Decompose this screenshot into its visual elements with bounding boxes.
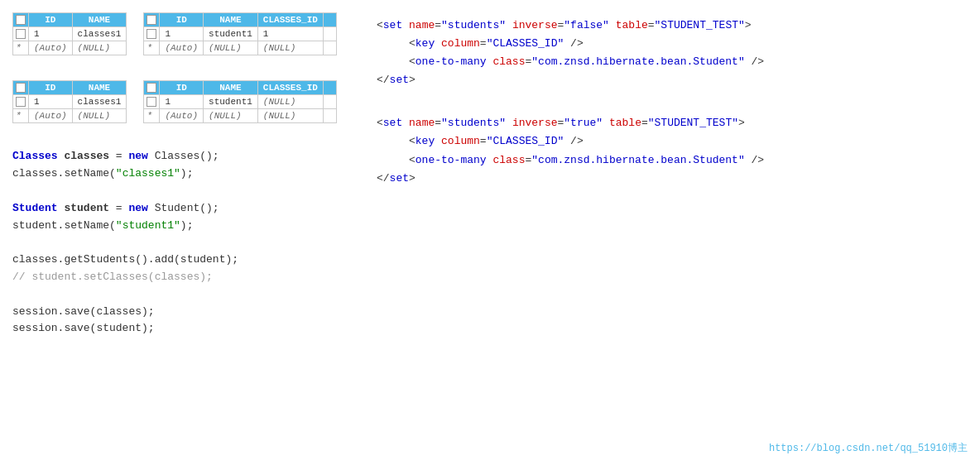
row-checkbox[interactable]	[147, 29, 156, 39]
table-row-auto: * (Auto) (NULL) (NULL)	[144, 109, 336, 123]
table-section-1: ID NAME 1 classes1 * (Auto) (NULL)	[12, 12, 360, 55]
header-checkbox[interactable]	[147, 83, 156, 93]
col-check	[13, 13, 29, 27]
comment-text: // student.setClasses(classes);	[12, 271, 213, 283]
attr-name: column	[441, 135, 480, 147]
cell-id: 1	[160, 27, 204, 41]
xml-line: <key column="CLASSES_ID" />	[377, 35, 968, 53]
table-row-auto: * (Auto) (NULL)	[13, 41, 127, 55]
keyword: Student	[12, 202, 58, 214]
keyword: Classes	[12, 150, 58, 162]
left-panel: ID NAME 1 classes1 * (Auto) (NULL)	[12, 12, 360, 453]
attr-val: "students"	[441, 117, 506, 129]
table-section-2: ID NAME 1 classes1 * (Auto) (NULL)	[12, 80, 360, 123]
tag-set-close: set	[390, 172, 409, 185]
attr-val: "CLASSES_ID"	[487, 135, 564, 147]
string-literal: "student1"	[116, 219, 180, 232]
right-panel: <set name="students" inverse="false" tab…	[360, 12, 968, 453]
header-checkbox[interactable]	[16, 15, 26, 25]
keyword-new: new	[128, 202, 147, 214]
header-checkbox[interactable]	[147, 15, 156, 25]
attr-name: inverse	[512, 117, 558, 129]
col-classes-id: CLASSES_ID	[257, 81, 323, 95]
cell-classes-id: 1	[257, 27, 323, 41]
code-line: classes.getStudents().add(student);	[12, 252, 360, 269]
code-line-blank	[12, 183, 360, 200]
keyword-new: new	[128, 150, 147, 162]
table-row: 1 classes1	[13, 27, 127, 41]
keyword2: classes	[64, 150, 109, 162]
cell-classes-id: (NULL)	[257, 95, 323, 109]
attr-name: class	[492, 55, 525, 68]
class-ref: Student();	[155, 202, 219, 214]
student-table-2: ID NAME CLASSES_ID 1 student1 (NULL)	[143, 80, 336, 123]
java-code-section: Classes classes = new Classes(); classes…	[12, 148, 360, 338]
xml-block-2: <set name="students" inverse="true" tabl…	[377, 114, 968, 187]
row-checkbox[interactable]	[16, 29, 26, 39]
col-check	[13, 81, 29, 95]
col-name: NAME	[204, 81, 258, 95]
col-name: NAME	[72, 81, 127, 95]
table-row-auto: * (Auto) (NULL)	[13, 109, 127, 123]
xml-line: </set>	[377, 71, 968, 89]
code-line: session.save(student);	[12, 320, 360, 338]
table-row: 1 classes1	[13, 95, 127, 109]
classes-table-2: ID NAME 1 classes1 * (Auto) (NULL)	[12, 80, 127, 123]
string-literal: "classes1"	[116, 167, 180, 180]
code-line: classes.setName("classes1");	[12, 165, 360, 183]
keyword2: student	[64, 202, 109, 214]
cell-name: student1	[204, 95, 258, 109]
xml-line: <set name="students" inverse="false" tab…	[377, 17, 968, 35]
classes-table-1: ID NAME 1 classes1 * (Auto) (NULL)	[12, 12, 127, 55]
attr-name: column	[441, 37, 480, 50]
attr-val: "CLASSES_ID"	[487, 37, 564, 50]
xml-line: <one-to-many class="com.znsd.hibernate.b…	[377, 53, 968, 71]
xml-line: <set name="students" inverse="true" tabl…	[377, 114, 968, 132]
code-line-blank	[12, 286, 360, 304]
cell-id: 1	[160, 95, 204, 109]
watermark: https://blog.csdn.net/qq_51910博主	[769, 441, 968, 455]
tag-set: set	[383, 19, 402, 31]
xml-line: </set>	[377, 170, 968, 188]
cell-name: student1	[204, 27, 258, 41]
xml-block-1: <set name="students" inverse="false" tab…	[377, 17, 968, 89]
row-checkbox[interactable]	[16, 97, 26, 107]
header-checkbox[interactable]	[16, 83, 26, 93]
code-line: student.setName("student1");	[12, 218, 360, 235]
table-row: 1 student1 1	[144, 27, 336, 41]
attr-val: "com.znsd.hibernate.bean.Student"	[531, 154, 744, 166]
attr-name: table	[616, 19, 648, 31]
col-check	[144, 81, 160, 95]
attr-name: table	[609, 117, 641, 129]
attr-val: "com.znsd.hibernate.bean.Student"	[531, 55, 744, 68]
col-classes-id: CLASSES_ID	[257, 13, 323, 27]
attr-val: "STUDENT_TEST"	[655, 19, 745, 31]
col-extra	[323, 13, 336, 27]
class-ref: Classes();	[155, 150, 219, 162]
cell-id: 1	[29, 27, 73, 41]
tag-one-to-many: one-to-many	[416, 154, 487, 166]
code-line: Classes classes = new Classes();	[12, 148, 360, 165]
student-table-1: ID NAME CLASSES_ID 1 student1 1	[143, 12, 336, 55]
attr-val: "true"	[564, 117, 603, 129]
code-line: session.save(classes);	[12, 304, 360, 321]
attr-name: name	[409, 117, 435, 129]
row-checkbox[interactable]	[147, 97, 156, 107]
cell-name: classes1	[72, 95, 127, 109]
col-name: NAME	[72, 13, 127, 27]
attr-val: "STUDENT_TEST"	[648, 117, 738, 129]
tag-key: key	[416, 135, 435, 147]
attr-name: inverse	[512, 19, 558, 31]
tag-set-close: set	[390, 74, 409, 86]
col-id: ID	[29, 13, 73, 27]
code-line-comment: // student.setClasses(classes);	[12, 269, 360, 286]
main-container: ID NAME 1 classes1 * (Auto) (NULL)	[0, 0, 980, 465]
xml-line: <key column="CLASSES_ID" />	[377, 132, 968, 151]
tag-set: set	[383, 117, 402, 129]
table-row-auto: * (Auto) (NULL) (NULL)	[144, 41, 336, 55]
col-name: NAME	[204, 13, 258, 27]
col-check	[144, 13, 160, 27]
attr-val: "false"	[564, 19, 609, 31]
col-id: ID	[160, 13, 204, 27]
code-line: Student student = new Student();	[12, 200, 360, 218]
